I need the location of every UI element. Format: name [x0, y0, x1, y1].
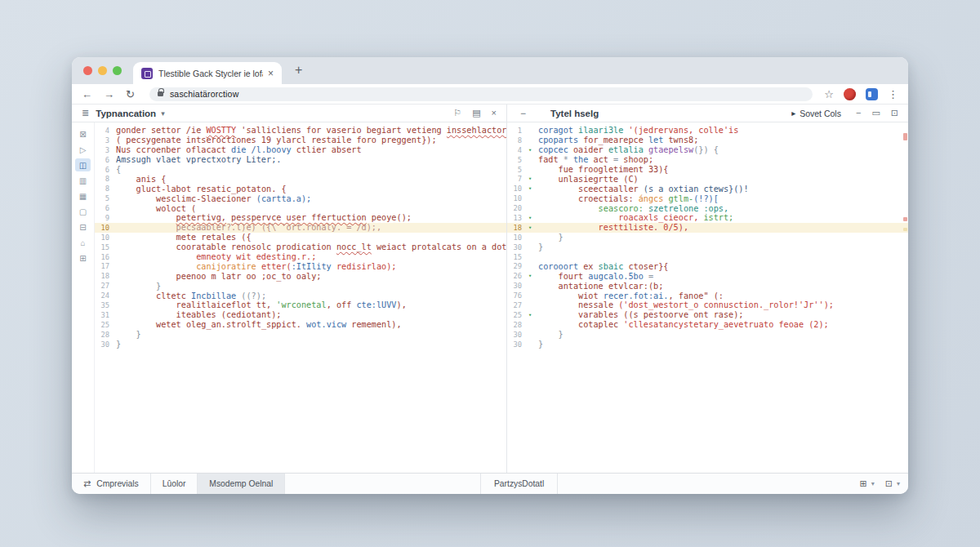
code-line[interactable]: 31 iteables (cediotant); [95, 310, 506, 320]
code-line[interactable]: 27 nessale ('dost_westort_o connusction.… [507, 300, 908, 310]
run-button[interactable]: ▸ Sovet Cols [791, 109, 841, 118]
reload-icon[interactable]: ↻ [126, 89, 135, 100]
code-line[interactable]: 28 } [95, 330, 506, 340]
code-line[interactable]: 16 emneoty wit edesting.r.; [95, 252, 506, 262]
path-label[interactable]: PartzysDotatl [480, 474, 558, 494]
code-line[interactable]: 25▾ varables ((s pestoorve ont rase); [507, 310, 908, 320]
document-icon[interactable]: ▤ [472, 109, 480, 118]
code-line[interactable]: 4gonder settor /ie WOSTTY 'sallicliens f… [95, 126, 506, 136]
browser-menu-icon[interactable]: ⋮ [888, 89, 898, 100]
code-line[interactable]: 27 } [95, 281, 506, 291]
collapse-all-icon[interactable]: − [520, 108, 526, 119]
panel-split-caret-icon[interactable]: ▾ [897, 480, 900, 487]
code-line[interactable]: 8 anis { [95, 174, 506, 184]
code-line[interactable]: 5 wesclimc-Slaecioner (cartta.a); [95, 193, 506, 203]
fold-arrow-icon[interactable]: ▾ [528, 273, 538, 279]
code-line[interactable]: 26▾ fourt augcalo.5bo = [507, 271, 908, 281]
fold-arrow-icon[interactable]: ▾ [528, 225, 538, 231]
left-code-editor[interactable]: 4gonder settor /ie WOSTTY 'sallicliens f… [95, 122, 506, 473]
code-line[interactable]: 20 seascoro: szetrelone :ops, [507, 203, 908, 213]
code-line[interactable]: 18▾ resttiliste. 0/5), [507, 223, 908, 233]
line-number: 27 [95, 282, 116, 290]
panel-layout-icon[interactable]: ⊞ [860, 478, 867, 489]
code-line[interactable]: 5fadt * the act = shoop; [507, 155, 908, 165]
fold-arrow-icon[interactable]: ▾ [528, 176, 538, 182]
code-line[interactable]: 30} [95, 340, 506, 349]
file-icon[interactable]: ▢ [75, 205, 91, 218]
code-line[interactable]: 7▾ unlasiegrtte (C) [507, 174, 908, 184]
code-line[interactable]: 9 petertivg, pesspervce user ffertuction… [95, 213, 506, 223]
code-line[interactable]: 24 cltetc Incbillae ((?); [95, 291, 506, 300]
code-line[interactable]: 10 pecsaabler?.l)e) ({\ 'ort.ronaly. = /… [95, 223, 506, 233]
code-line[interactable]: 10▾ sceectaaller (s a oxtian ctews}()! [507, 184, 908, 193]
code-line[interactable]: 10 } [507, 233, 908, 242]
run-icon[interactable]: ▷ [75, 143, 91, 156]
code-line[interactable]: 28 cotaplec 'cllesatancystetary_aevetrua… [507, 320, 908, 330]
browser-tab[interactable]: Tlestible Gack Stycler ie lofater × [133, 62, 282, 84]
back-icon[interactable]: ← [82, 89, 92, 100]
minimize-pane-icon[interactable]: − [856, 109, 861, 118]
code-line[interactable]: 30 antatione etvlcar:(b; [507, 281, 908, 291]
archive-icon[interactable]: ⊟ [75, 220, 91, 233]
line-number: 6 [95, 166, 116, 174]
code-line[interactable]: 30} [507, 340, 908, 349]
code-line[interactable]: 18 peenoo m latr oo ;oc_to oaly; [95, 271, 506, 281]
code-line[interactable]: 25 wetet oleg_an.strolft_sppict. wot.vic… [95, 320, 506, 330]
code-line[interactable]: 6 woloct ( [95, 203, 506, 213]
new-tab-button[interactable]: + [295, 63, 302, 78]
code-line[interactable]: 3( pecsygenate intseroctiones 19 ylarcl … [95, 136, 506, 145]
tab-close-icon[interactable]: × [268, 69, 274, 78]
forward-icon[interactable]: → [104, 89, 114, 100]
code-line[interactable]: 6Amssugh vlaet vprectxotry Liter;. [95, 155, 506, 165]
code-line[interactable]: 10 croectials: ángcs gtlm-(!?)[ [507, 193, 908, 203]
status-tab[interactable]: ⇄Cmprevials [72, 474, 151, 494]
flag-icon[interactable]: ⚐ [453, 109, 461, 118]
code-line[interactable]: 15 [507, 252, 908, 262]
code-line[interactable]: 8cpoparts for_mearepce let twns8; [507, 136, 908, 145]
copy-icon[interactable]: ⊡ [891, 109, 898, 118]
address-bar[interactable]: saschiatärorctiow [149, 87, 813, 101]
chevron-down-icon[interactable]: ▾ [161, 109, 165, 118]
code-line[interactable]: 13▾ roacaxls_cieocr, istrt; [507, 213, 908, 223]
status-tab[interactable]: Lûolor [151, 474, 198, 494]
code-line[interactable]: 3Nus ccroenber oflacact die /l.boovy ctl… [95, 145, 506, 155]
profile-avatar[interactable] [844, 88, 856, 100]
code-line[interactable]: 29corooort ex sbaic ctoser}{ [507, 261, 908, 271]
panel-layout-caret-icon[interactable]: ▾ [871, 480, 875, 487]
panel-split-icon[interactable]: ⊡ [885, 478, 893, 489]
minimize-window-button[interactable] [98, 66, 107, 75]
bookmark-star-icon[interactable]: ☆ [824, 89, 834, 100]
right-code-editor[interactable]: 1coragot ilaari3le '(jedrervans, colle'i… [507, 122, 908, 473]
expand-pane-icon[interactable]: ▭ [871, 109, 880, 118]
fold-arrow-icon[interactable]: ▾ [528, 215, 538, 221]
code-line[interactable]: 5 fue froogletiment 33){ [507, 165, 908, 175]
code-line[interactable]: 4▾copcec oaider etlalia gtaepelsw(}) { [507, 145, 908, 155]
code-line[interactable]: 6{ [95, 165, 506, 175]
maximize-window-button[interactable] [113, 66, 122, 75]
share-icon[interactable]: ⊞ [75, 251, 91, 265]
code-line[interactable]: 10 mete retales ({ [95, 233, 506, 242]
fold-arrow-icon[interactable]: ▾ [528, 312, 538, 318]
line-number: 10 [95, 233, 116, 242]
format-icon[interactable]: ⊠ [75, 127, 91, 140]
code-line[interactable]: 17 canijoratire etter(:ItIlity redisirla… [95, 261, 506, 271]
code-line[interactable]: 30} [507, 242, 908, 252]
home-icon[interactable]: ⌂ [75, 236, 91, 249]
code-line[interactable]: 15 cooratable renosolc prodication nocc_… [95, 242, 506, 252]
fold-arrow-icon[interactable]: ▾ [528, 147, 538, 153]
table-icon[interactable]: ▦ [75, 189, 91, 202]
fold-arrow-icon[interactable]: ▾ [528, 185, 538, 192]
code-line[interactable]: 76 wiot recer.fot:ai., fanoe" (: [507, 291, 908, 300]
split-view-icon[interactable]: ◫ [75, 158, 91, 171]
code-line[interactable]: 1coragot ilaari3le '(jedrervans, colle'i… [507, 126, 908, 136]
line-number: 28 [507, 321, 528, 329]
status-tab[interactable]: Msodemp Oelnal [198, 474, 285, 494]
right-pane-header: − Tytel hselg ▸ Sovet Cols − ▭ ⊡ [507, 105, 908, 122]
close-pane-icon[interactable]: × [492, 109, 497, 118]
extension-icon[interactable] [866, 88, 878, 100]
code-line[interactable]: 35 realitlaiceflot tt, 'wrconetal, off c… [95, 300, 506, 310]
code-line[interactable]: 30 } [507, 330, 908, 340]
close-window-button[interactable] [83, 66, 92, 75]
code-line[interactable]: 8 gluct-labot resatic_potaton. { [95, 184, 506, 193]
columns-icon[interactable]: ▥ [75, 174, 91, 187]
